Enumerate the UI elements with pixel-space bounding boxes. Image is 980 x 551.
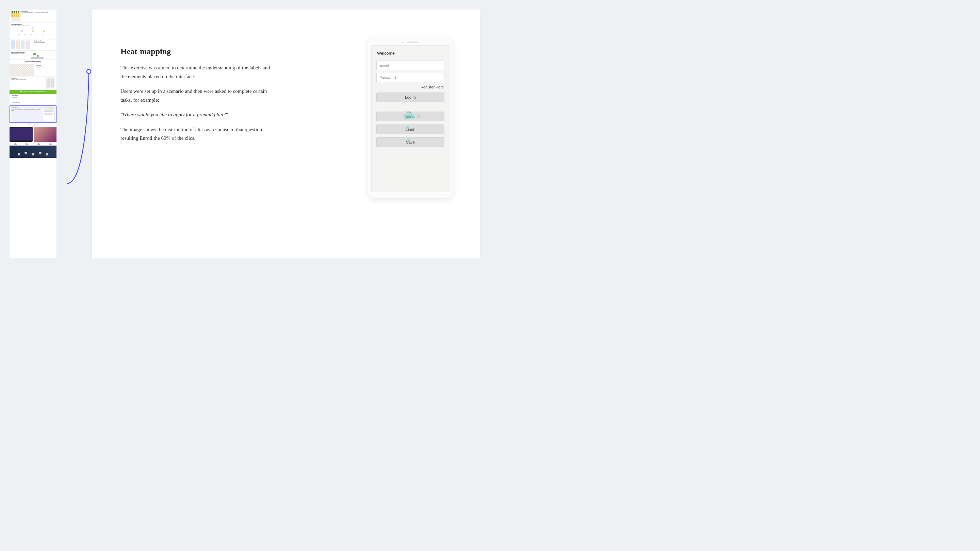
sketch-image: [10, 64, 34, 76]
main-content-card: Heat-mapping This exercise was aimed to …: [92, 10, 480, 259]
button-label: Enroll: [405, 114, 415, 118]
thumb-visual-design[interactable]: [10, 126, 56, 143]
thumb-product-architecture[interactable]: Product Architecture The hierarchy and f…: [10, 23, 56, 40]
thumb-text: Users were asked: where would you clic t…: [11, 109, 42, 111]
hand-phone-image: [34, 127, 57, 142]
thumb-wireframes[interactable]: Wireframes Low-fidelity screens for the …: [10, 76, 56, 90]
thumb-heading: Sketches: [37, 65, 56, 66]
section-title: Heat-mapping: [121, 47, 277, 56]
thumb-heading: Card Sorting: [21, 11, 55, 12]
thumb-test-banner[interactable]: TEST : adjusting designs towards the fin…: [10, 90, 56, 94]
speaker-bar-icon: [407, 41, 419, 43]
thumb-card-sorting[interactable]: Card Sorting Users sorted information ca…: [10, 10, 56, 23]
svg-point-0: [87, 69, 91, 73]
thumb-heading: Wireframes: [11, 78, 45, 79]
heatmap-percent: 60%: [407, 111, 411, 114]
stat-value: 98: [37, 143, 40, 145]
button-label: Log In: [405, 95, 416, 99]
learn-button[interactable]: Learn: [376, 124, 444, 134]
phone-render-image: [10, 127, 33, 142]
divider: [92, 244, 480, 244]
body-quote: "Where would you clic to apply for a pre…: [121, 111, 277, 119]
mini-phone-mock: [43, 108, 54, 121]
wireframe-image: [46, 78, 55, 89]
stat-value: 67: [25, 143, 28, 145]
org-chart-graphic: [11, 27, 55, 38]
email-field[interactable]: Email: [376, 60, 444, 70]
page-thumbnail-strip[interactable]: Card Sorting Users sorted information ca…: [10, 10, 56, 259]
flow-blocks-graphic: [11, 40, 33, 49]
thumb-text: Early paper explorations.: [37, 67, 56, 68]
thumb-sketches[interactable]: Sketches Early paper explorations.: [10, 64, 56, 76]
thumb-text: Methodology: [12, 100, 54, 102]
password-field[interactable]: Password: [376, 73, 444, 82]
heatmap-ring-icon: [417, 115, 420, 118]
body-paragraph: The image shows the distribution of clic…: [121, 125, 277, 143]
phone-screen: Welcome Email Password Register Here Log…: [371, 45, 450, 192]
register-link[interactable]: Register Here: [376, 85, 444, 89]
stat-value: 100: [49, 143, 52, 145]
thumb-heading: User Testing: [12, 95, 54, 97]
save-button[interactable]: Save: [376, 137, 444, 147]
enroll-button[interactable]: Enroll 60%: [376, 111, 444, 121]
placeholder-text: Password: [379, 76, 396, 79]
body-paragraph: Users were set up in a scenario and then…: [121, 87, 277, 105]
thumb-heading: Enrollment Flow: [34, 40, 55, 42]
thumb-graduation-image[interactable]: [10, 146, 56, 158]
placeholder-text: Email: [379, 63, 389, 67]
thumb-text: Methodology: [12, 97, 54, 98]
thumbnail-image: [11, 11, 21, 21]
thumb-stats: 20 67 98 100: [10, 143, 56, 146]
welcome-label: Welcome: [377, 51, 444, 56]
phone-notch: [371, 40, 450, 44]
thumb-heatmapping-selected[interactable]: Heat-mapping Users were asked: where wou…: [10, 105, 56, 123]
thumb-text: Prioritized features by user delight.: [11, 53, 55, 54]
thumb-text: Users sorted information cards to help d…: [21, 12, 55, 13]
thumb-text: Results and findings: [12, 98, 54, 100]
stat-value: 20: [14, 143, 16, 145]
thumb-text: Low-fidelity screens for the main flows.: [11, 79, 45, 80]
connector-line: [56, 68, 97, 191]
button-label: Save: [406, 140, 415, 144]
login-button[interactable]: Log In: [376, 92, 444, 102]
thumb-text: Steps a user follows to enroll.: [34, 42, 55, 43]
thumb-caption: "Even this is awesome": [10, 123, 56, 127]
thumb-heading: Product Architecture: [11, 24, 55, 25]
body-paragraph: This exercise was aimed to determine the…: [121, 64, 277, 81]
camera-dot-icon: [402, 41, 404, 43]
thumb-design-heading: DESIGN: Creating interfaces: [10, 60, 56, 64]
thumb-text: Results and findings: [12, 102, 54, 103]
phone-mockup: Welcome Email Password Register Here Log…: [368, 37, 453, 198]
thumb-user-testing[interactable]: User Testing Methodology Results and fin…: [10, 94, 56, 105]
thumb-enrollment-flow[interactable]: Enrollment Flow Steps a user follows to …: [10, 40, 56, 51]
thumb-heading: Needs analysis (Kano Map): [11, 52, 55, 53]
button-label: Learn: [405, 127, 415, 131]
thumb-needs-analysis[interactable]: Needs analysis (Kano Map) Prioritized fe…: [10, 51, 56, 60]
